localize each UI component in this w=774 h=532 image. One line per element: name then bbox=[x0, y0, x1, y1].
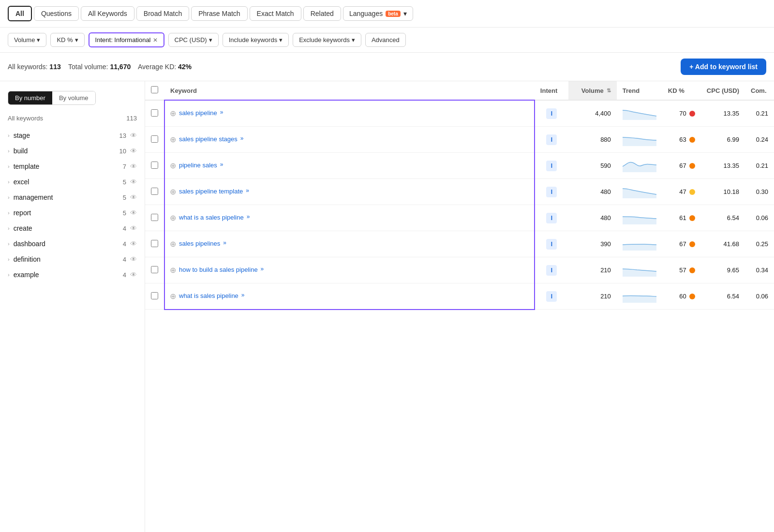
sidebar-item[interactable]: › example 4 👁 bbox=[0, 267, 145, 282]
eye-icon[interactable]: 👁 bbox=[130, 209, 137, 217]
cpc-cell: 13.35 bbox=[701, 100, 745, 127]
sidebar-item-count: 10 bbox=[119, 148, 126, 155]
kd-cell: 47 bbox=[662, 179, 701, 205]
th-volume[interactable]: Volume ⇅ bbox=[568, 81, 617, 100]
expand-arrows-icon[interactable]: » bbox=[246, 187, 249, 194]
expand-arrows-icon[interactable]: » bbox=[220, 161, 223, 168]
sidebar-item-count: 4 bbox=[123, 225, 126, 232]
sidebar-item-label: create bbox=[14, 224, 32, 232]
tab-related[interactable]: Related bbox=[303, 6, 341, 21]
plus-icon[interactable]: ⊕ bbox=[170, 187, 176, 196]
kd-value: 67 bbox=[679, 162, 686, 169]
th-cpc[interactable]: CPC (USD) bbox=[701, 81, 745, 100]
volume-cell: 210 bbox=[568, 257, 617, 283]
expand-arrows-icon[interactable]: » bbox=[240, 135, 244, 142]
eye-icon[interactable]: 👁 bbox=[130, 163, 137, 170]
row-checkbox[interactable] bbox=[151, 135, 158, 143]
sidebar-item-left: › dashboard bbox=[8, 240, 45, 248]
sidebar-item[interactable]: › template 7 👁 bbox=[0, 159, 145, 174]
eye-icon[interactable]: 👁 bbox=[130, 147, 137, 155]
kd-dot bbox=[689, 215, 695, 221]
keyword-link[interactable]: sales pipelines bbox=[179, 239, 220, 248]
view-by-number-button[interactable]: By number bbox=[8, 91, 52, 104]
sidebar-item[interactable]: › management 5 👁 bbox=[0, 190, 145, 205]
add-to-keyword-list-button[interactable]: + Add to keyword list bbox=[681, 59, 766, 75]
kd-cell: 57 bbox=[662, 257, 701, 283]
row-checkbox[interactable] bbox=[151, 214, 158, 221]
plus-icon[interactable]: ⊕ bbox=[170, 266, 176, 275]
keyword-link[interactable]: what is a sales pipeline bbox=[179, 213, 244, 222]
eye-icon[interactable]: 👁 bbox=[130, 240, 137, 248]
tab-exact-match[interactable]: Exact Match bbox=[250, 6, 301, 21]
keyword-link[interactable]: pipeline sales bbox=[179, 161, 217, 170]
select-all-checkbox[interactable] bbox=[151, 86, 158, 93]
sidebar-item[interactable]: › build 10 👁 bbox=[0, 143, 145, 159]
table-row: ⊕ sales pipeline » I 4,400 70 13.35 0.21 bbox=[145, 100, 774, 127]
sidebar-item[interactable]: › definition 4 👁 bbox=[0, 251, 145, 267]
avg-kd-value: 42% bbox=[178, 63, 192, 71]
row-checkbox[interactable] bbox=[151, 188, 158, 195]
keyword-link[interactable]: sales pipeline template bbox=[179, 187, 243, 196]
plus-icon[interactable]: ⊕ bbox=[170, 213, 176, 222]
intent-cell: I bbox=[535, 231, 568, 257]
volume-filter[interactable]: Volume ▾ bbox=[8, 33, 46, 47]
eye-icon[interactable]: 👁 bbox=[130, 193, 137, 201]
sidebar-item[interactable]: › dashboard 4 👁 bbox=[0, 236, 145, 251]
th-com[interactable]: Com. bbox=[745, 81, 774, 100]
exclude-keywords-filter[interactable]: Exclude keywords ▾ bbox=[293, 33, 361, 47]
close-icon[interactable]: ✕ bbox=[153, 37, 158, 44]
plus-icon[interactable]: ⊕ bbox=[170, 292, 176, 301]
expand-arrows-icon[interactable]: » bbox=[261, 266, 264, 272]
eye-icon[interactable]: 👁 bbox=[130, 271, 137, 279]
avg-kd-label: Average KD: bbox=[138, 63, 176, 71]
chevron-right-icon: › bbox=[8, 194, 10, 200]
languages-dropdown[interactable]: Languages beta ▾ bbox=[343, 6, 413, 21]
eye-icon[interactable]: 👁 bbox=[130, 255, 137, 263]
trend-cell bbox=[617, 205, 662, 231]
th-kd[interactable]: KD % bbox=[662, 81, 701, 100]
sidebar-item[interactable]: › report 5 👁 bbox=[0, 205, 145, 221]
tab-phrase-match[interactable]: Phrase Match bbox=[191, 6, 247, 21]
sidebar-item[interactable]: › create 4 👁 bbox=[0, 221, 145, 236]
include-keywords-filter[interactable]: Include keywords ▾ bbox=[223, 33, 289, 47]
eye-icon[interactable]: 👁 bbox=[130, 224, 137, 232]
row-checkbox[interactable] bbox=[151, 292, 158, 299]
row-checkbox[interactable] bbox=[151, 162, 158, 169]
tab-all[interactable]: All bbox=[8, 6, 32, 21]
sidebar-item-left: › example bbox=[8, 271, 39, 279]
total-volume-value: 11,670 bbox=[110, 63, 131, 71]
tab-broad-match[interactable]: Broad Match bbox=[136, 6, 189, 21]
plus-icon[interactable]: ⊕ bbox=[170, 109, 176, 118]
com-cell: 0.06 bbox=[745, 205, 774, 231]
row-checkbox[interactable] bbox=[151, 240, 158, 247]
kd-cell: 70 bbox=[662, 100, 701, 127]
plus-icon[interactable]: ⊕ bbox=[170, 161, 176, 170]
kd-filter[interactable]: KD % ▾ bbox=[50, 33, 84, 47]
eye-icon[interactable]: 👁 bbox=[130, 178, 137, 186]
row-checkbox[interactable] bbox=[151, 266, 158, 273]
expand-arrows-icon[interactable]: » bbox=[247, 213, 250, 220]
sidebar-item-left: › stage bbox=[8, 132, 30, 139]
view-by-volume-button[interactable]: By volume bbox=[52, 91, 95, 104]
tab-all-keywords[interactable]: All Keywords bbox=[81, 6, 134, 21]
expand-arrows-icon[interactable]: » bbox=[223, 239, 226, 246]
sidebar-item[interactable]: › stage 13 👁 bbox=[0, 128, 145, 143]
tab-questions[interactable]: Questions bbox=[34, 6, 79, 21]
advanced-filter[interactable]: Advanced bbox=[365, 33, 406, 47]
expand-arrows-icon[interactable]: » bbox=[220, 109, 223, 116]
cpc-filter[interactable]: CPC (USD) ▾ bbox=[168, 33, 219, 47]
expand-arrows-icon[interactable]: » bbox=[241, 292, 245, 298]
row-checkbox-cell bbox=[145, 127, 164, 153]
kd-cell: 61 bbox=[662, 205, 701, 231]
chevron-right-icon: › bbox=[8, 179, 10, 185]
keyword-link[interactable]: sales pipeline bbox=[179, 109, 217, 118]
keyword-link[interactable]: how to build a sales pipeline bbox=[179, 266, 258, 274]
plus-icon[interactable]: ⊕ bbox=[170, 239, 176, 249]
eye-icon[interactable]: 👁 bbox=[130, 132, 137, 139]
sidebar-item[interactable]: › excel 5 👁 bbox=[0, 174, 145, 190]
plus-icon[interactable]: ⊕ bbox=[170, 135, 176, 144]
keyword-link[interactable]: sales pipeline stages bbox=[179, 135, 238, 144]
keyword-link[interactable]: what is sales pipeline bbox=[179, 292, 238, 300]
row-checkbox[interactable] bbox=[151, 109, 158, 117]
intent-filter[interactable]: Intent: Informational ✕ bbox=[89, 32, 164, 47]
